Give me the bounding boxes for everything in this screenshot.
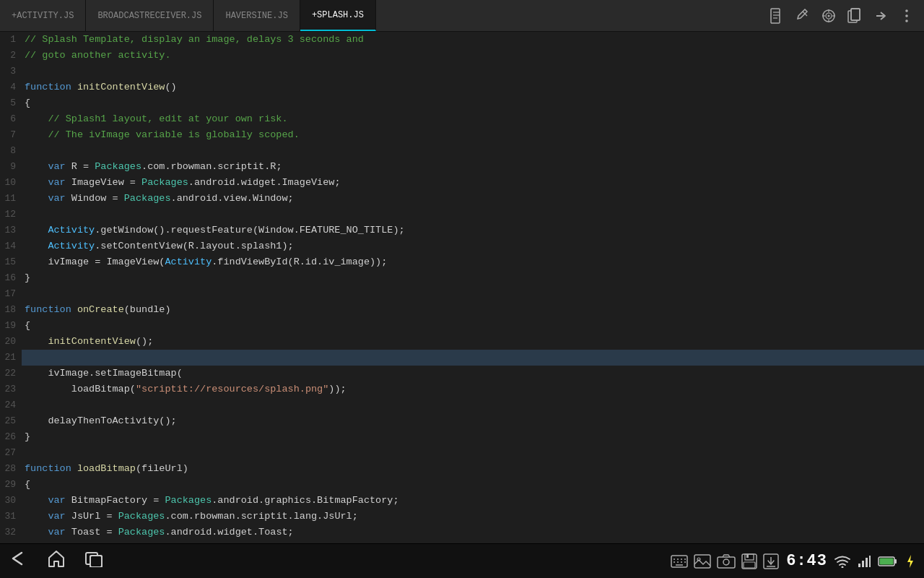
line-content: var Toast = Packages.android.widget.Toas… <box>22 525 924 540</box>
tab-splash-label: +SPLASH.JS <box>312 10 364 20</box>
line-content: } <box>22 429 924 445</box>
line-content: var ImageView = Packages.android.widget.… <box>22 175 924 191</box>
line-number: 32 <box>0 525 22 540</box>
more-button[interactable] <box>895 4 918 27</box>
tab-broadcastreceiver[interactable]: BROADCASTRECEIVER.JS <box>86 0 214 31</box>
tab-broadcastreceiver-label: BROADCASTRECEIVER.JS <box>97 11 201 21</box>
line-number: 25 <box>0 413 22 429</box>
line-number: 6 <box>0 111 22 127</box>
line-content: Activity.getWindow().requestFeature(Wind… <box>22 223 924 238</box>
line-content: function loadBitmap(fileUrl) <box>22 461 924 477</box>
tab-haversine[interactable]: HAVERSINE.JS <box>214 0 300 31</box>
line-number: 21 <box>0 350 22 366</box>
line-content: ivImage = ImageView(Activity.findViewByI… <box>22 254 924 270</box>
line-content: { <box>22 318 924 334</box>
line-content: function initContentView() <box>22 79 924 95</box>
line-content: var R = Packages.com.rbowman.scriptit.R; <box>22 159 924 175</box>
svg-rect-48 <box>894 559 897 564</box>
line-content: Activity.setContentView(R.layout.splash1… <box>22 238 924 254</box>
svg-point-42 <box>842 566 844 568</box>
tab-bar: +ACTIVITY.JS BROADCASTRECEIVER.JS HAVERS… <box>0 0 924 32</box>
svg-rect-43 <box>858 564 860 567</box>
code-line-27: 27 <box>0 445 924 461</box>
camera-icon <box>717 554 736 569</box>
code-line-20: 20 initContentView(); <box>0 334 924 350</box>
line-number: 26 <box>0 429 22 445</box>
save-icon <box>741 553 757 569</box>
code-line-19: 19{ <box>0 318 924 334</box>
code-line-22: 22 ivImage.setImageBitmap( <box>0 366 924 381</box>
code-content: 1// Splash Template, display an image, d… <box>0 32 924 543</box>
line-content: // Splash Template, display an image, de… <box>22 32 924 48</box>
code-line-26: 26} <box>0 429 924 445</box>
svg-point-16 <box>905 14 908 17</box>
tab-activity[interactable]: +ACTIVITY.JS <box>0 0 86 31</box>
code-line-18: 18function onCreate(bundle) <box>0 302 924 318</box>
svg-rect-0 <box>771 9 780 23</box>
code-line-15: 15 ivImage = ImageView(Activity.findView… <box>0 254 924 270</box>
code-line-11: 11 var Window = Packages.android.view.Wi… <box>0 191 924 207</box>
home-button[interactable] <box>46 549 66 573</box>
svg-rect-46 <box>869 556 871 567</box>
code-line-5: 5{ <box>0 95 924 111</box>
code-line-2: 2// goto another activity. <box>0 48 924 64</box>
code-line-31: 31 var JsUrl = Packages.com.rbowman.scri… <box>0 509 924 525</box>
svg-rect-37 <box>746 554 749 558</box>
code-line-3: 3 <box>0 64 924 79</box>
line-content: initContentView(); <box>22 334 924 350</box>
code-line-10: 10 var ImageView = Packages.android.widg… <box>0 175 924 191</box>
svg-rect-49 <box>880 558 894 564</box>
svg-point-17 <box>905 20 908 22</box>
line-number: 7 <box>0 127 22 143</box>
line-number: 8 <box>0 143 22 159</box>
line-content: loadBitmap("scriptit://resources/splash.… <box>22 381 924 397</box>
line-number: 16 <box>0 270 22 286</box>
code-line-7: 7 // The ivImage variable is globally sc… <box>0 127 924 143</box>
line-number: 30 <box>0 493 22 509</box>
code-line-23: 23 loadBitmap("scriptit://resources/spla… <box>0 381 924 397</box>
edit-button[interactable] <box>791 4 814 27</box>
tab-splash[interactable]: +SPLASH.JS <box>300 0 376 31</box>
code-line-24: 24 <box>0 397 924 413</box>
line-content: function onCreate(bundle) <box>22 302 924 318</box>
line-content <box>22 207 924 223</box>
line-number: 9 <box>0 159 22 175</box>
line-number: 29 <box>0 477 22 493</box>
svg-rect-44 <box>862 561 864 567</box>
signal-icon <box>858 555 871 568</box>
line-number: 18 <box>0 302 22 318</box>
line-number: 10 <box>0 175 22 191</box>
code-line-17: 17 <box>0 286 924 302</box>
code-line-25: 25 delayThenToActivity(); <box>0 413 924 429</box>
line-number: 28 <box>0 461 22 477</box>
charging-icon <box>905 554 915 569</box>
code-editor[interactable]: 1// Splash Template, display an image, d… <box>0 32 924 543</box>
line-number: 27 <box>0 445 22 461</box>
code-line-4: 4function initContentView() <box>0 79 924 95</box>
code-line-14: 14 Activity.setContentView(R.layout.spla… <box>0 238 924 254</box>
code-line-16: 16} <box>0 270 924 286</box>
line-number: 4 <box>0 79 22 95</box>
forward-button[interactable] <box>869 4 892 27</box>
line-content: var JsUrl = Packages.com.rbowman.scripti… <box>22 509 924 525</box>
toolbar <box>759 0 924 31</box>
line-number: 14 <box>0 238 22 254</box>
clock: 6:43 <box>786 552 827 570</box>
keyboard-icon <box>671 555 688 568</box>
code-line-28: 28function loadBitmap(fileUrl) <box>0 461 924 477</box>
code-line-6: 6 // Splash1 layout, edit at your own ri… <box>0 111 924 127</box>
line-number: 12 <box>0 207 22 223</box>
line-content <box>22 397 924 413</box>
line-content <box>22 445 924 461</box>
line-number: 22 <box>0 366 22 381</box>
recents-button[interactable] <box>84 550 104 572</box>
copy-button[interactable] <box>843 4 866 27</box>
new-file-button[interactable] <box>765 4 788 27</box>
code-line-21: 21 <box>0 350 924 366</box>
svg-rect-19 <box>90 556 102 567</box>
code-line-1: 1// Splash Template, display an image, d… <box>0 32 924 48</box>
tab-haversine-label: HAVERSINE.JS <box>225 11 287 21</box>
target-button[interactable] <box>817 4 840 27</box>
line-number: 24 <box>0 397 22 413</box>
back-button[interactable] <box>9 550 29 572</box>
